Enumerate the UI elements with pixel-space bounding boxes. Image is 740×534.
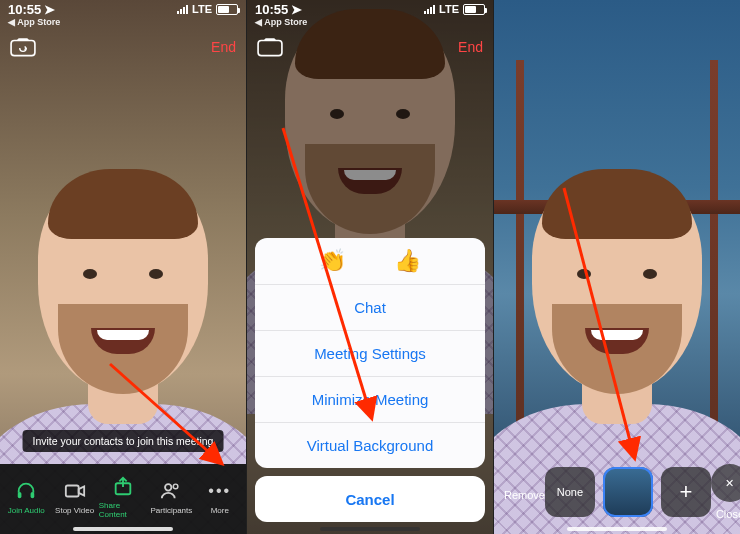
status-time: 10:55➤ xyxy=(8,3,60,16)
plus-icon: + xyxy=(680,479,693,505)
video-icon xyxy=(64,480,86,502)
meeting-toolbar: Join Audio Stop Video Share Content Part… xyxy=(0,464,246,534)
signal-icon xyxy=(424,5,435,14)
virtual-background-bar: Remove None + ✕ Close xyxy=(494,456,740,534)
back-to-app[interactable]: ◀︎ App Store xyxy=(8,18,60,27)
virtual-background-menu-item[interactable]: Virtual Background xyxy=(255,422,485,468)
close-button[interactable]: ✕ Close xyxy=(711,464,740,520)
svg-point-7 xyxy=(174,484,179,489)
status-time: 10:55➤ xyxy=(255,3,307,16)
meeting-settings-menu-item[interactable]: Meeting Settings xyxy=(255,330,485,376)
background-bridge-thumb[interactable] xyxy=(603,467,653,517)
svg-rect-0 xyxy=(11,41,35,56)
background-none-thumb[interactable]: None xyxy=(545,467,595,517)
invite-hint-pill[interactable]: Invite your contacts to join this meetin… xyxy=(23,430,224,452)
back-to-app[interactable]: ◀︎ App Store xyxy=(255,18,307,27)
switch-camera-icon[interactable] xyxy=(257,37,283,57)
svg-rect-4 xyxy=(65,485,78,496)
headphones-icon xyxy=(15,480,37,502)
join-audio-button[interactable]: Join Audio xyxy=(2,480,50,515)
participants-button[interactable]: Participants xyxy=(147,480,195,515)
switch-camera-icon[interactable] xyxy=(10,37,36,57)
share-content-button[interactable]: Share Content xyxy=(99,475,147,519)
battery-icon xyxy=(216,4,238,15)
action-sheet-block: 👏 👍 Chat Meeting Settings Minimize Meeti… xyxy=(255,238,485,468)
phone-screen-1: 10:55➤ ◀︎ App Store LTE End Invite your … xyxy=(0,0,246,534)
close-icon: ✕ xyxy=(711,464,740,502)
add-background-thumb[interactable]: + xyxy=(661,467,711,517)
status-bar: 10:55➤ ◀︎ App Store LTE xyxy=(0,0,246,30)
tutorial-triptych: 10:55➤ ◀︎ App Store LTE End Invite your … xyxy=(0,0,740,534)
reactions-row: 👏 👍 xyxy=(255,238,485,284)
phone-screen-2: 10:55➤ ◀︎ App Store LTE End 👏 👍 xyxy=(246,0,493,534)
share-icon xyxy=(112,475,134,497)
background-thumbnails: None + xyxy=(545,467,711,517)
location-icon: ➤ xyxy=(291,3,302,16)
svg-rect-8 xyxy=(258,41,282,56)
home-indicator[interactable] xyxy=(320,527,420,531)
more-action-sheet: 👏 👍 Chat Meeting Settings Minimize Meeti… xyxy=(255,238,485,522)
svg-point-6 xyxy=(165,484,171,490)
phone-screen-3: Remove None + ✕ Close xyxy=(493,0,740,534)
carrier-label: LTE xyxy=(192,3,212,15)
cancel-button[interactable]: Cancel xyxy=(255,476,485,522)
svg-rect-3 xyxy=(31,491,35,497)
carrier-label: LTE xyxy=(439,3,459,15)
svg-rect-2 xyxy=(18,491,22,497)
remove-background-button[interactable]: Remove xyxy=(504,483,545,501)
reaction-clap[interactable]: 👏 xyxy=(319,248,346,274)
meeting-top-nav: End xyxy=(247,30,493,64)
reaction-thumbs-up[interactable]: 👍 xyxy=(394,248,421,274)
battery-icon xyxy=(463,4,485,15)
location-icon: ➤ xyxy=(44,3,55,16)
end-button[interactable]: End xyxy=(458,39,483,55)
home-indicator[interactable] xyxy=(567,527,667,531)
home-indicator[interactable] xyxy=(73,527,173,531)
minimize-meeting-menu-item[interactable]: Minimize Meeting xyxy=(255,376,485,422)
more-button[interactable]: ••• More xyxy=(196,480,244,515)
meeting-top-nav: End xyxy=(0,30,246,64)
more-icon: ••• xyxy=(208,480,231,502)
chat-menu-item[interactable]: Chat xyxy=(255,284,485,330)
status-bar: 10:55➤ ◀︎ App Store LTE xyxy=(247,0,493,30)
stop-video-button[interactable]: Stop Video xyxy=(50,480,98,515)
end-button[interactable]: End xyxy=(211,39,236,55)
signal-icon xyxy=(177,5,188,14)
participants-icon xyxy=(160,480,182,502)
